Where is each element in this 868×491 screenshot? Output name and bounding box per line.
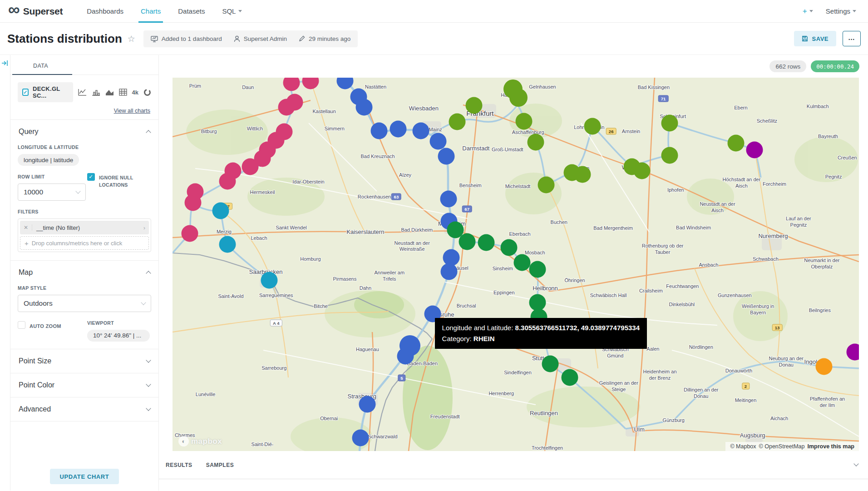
map-point-green[interactable]: [562, 369, 578, 386]
section-point-color[interactable]: Point Color: [18, 373, 151, 397]
section-query[interactable]: Query: [18, 120, 151, 144]
update-chart-button[interactable]: UPDATE CHART: [50, 469, 119, 484]
nav-item-dashboards[interactable]: Dashboards: [78, 0, 132, 23]
new-item-button[interactable]: +: [803, 7, 813, 16]
map-point-pink[interactable]: [181, 225, 198, 242]
meta-item[interactable]: Added to 1 dashboard: [151, 35, 222, 42]
map-point-cyan[interactable]: [219, 236, 236, 253]
map-point-green[interactable]: [513, 254, 530, 271]
mapbox-attribution-link[interactable]: © Mapbox: [730, 443, 756, 450]
nav-item-sql[interactable]: SQL: [213, 0, 251, 23]
nav-item-charts[interactable]: Charts: [132, 0, 169, 23]
map-point-olive[interactable]: [527, 134, 544, 151]
map-city-label: Haguenau: [356, 347, 379, 352]
map-point-green[interactable]: [542, 355, 558, 372]
map-point-blue[interactable]: [355, 99, 372, 115]
auto-zoom-checkbox[interactable]: AUTO ZOOM: [18, 321, 87, 330]
viz-4k-label[interactable]: 4k: [132, 89, 138, 96]
favorite-star-icon[interactable]: ☆: [128, 34, 135, 44]
map-point-blue[interactable]: [390, 120, 407, 137]
map-point-pink[interactable]: [185, 194, 202, 211]
map-point-cyan[interactable]: [261, 272, 278, 288]
map-city-label: Herrenberg: [488, 391, 514, 396]
map-point-olive[interactable]: [584, 118, 601, 134]
viz-type-selected[interactable]: ✓ DECK.GL SC...: [18, 82, 73, 102]
settings-menu[interactable]: Settings: [826, 7, 856, 15]
road-badge: 71: [658, 95, 669, 102]
map-point-blue[interactable]: [352, 430, 369, 446]
map-point-pink[interactable]: [278, 99, 295, 115]
collapse-panel-icon[interactable]: [1, 60, 9, 67]
save-button[interactable]: SAVE: [794, 31, 836, 46]
row-limit-select[interactable]: 10000: [18, 184, 86, 201]
donut-chart-icon[interactable]: [143, 89, 151, 96]
bar-chart-icon[interactable]: [92, 89, 100, 96]
map-city-label: Öhringen: [564, 278, 585, 283]
mapbox-logo[interactable]: ◐ mapbox: [178, 436, 222, 446]
filter-drop-zone[interactable]: + Drop columns/metrics here or click: [20, 236, 149, 250]
improve-map-link[interactable]: Improve this map: [808, 443, 855, 450]
meta-label: Added to 1 dashboard: [162, 35, 222, 42]
meta-item[interactable]: Superset Admin: [234, 35, 287, 42]
map-point-cyan[interactable]: [212, 202, 229, 219]
more-options-button[interactable]: …: [843, 31, 861, 46]
map-point-olive[interactable]: [465, 97, 482, 114]
nav-item-datasets[interactable]: Datasets: [169, 0, 213, 23]
lonlat-value-pill[interactable]: longitude | latitude: [18, 154, 79, 166]
filter-item[interactable]: ✕ __time (No filter) ›: [20, 221, 149, 234]
map-city-label: Lunéville: [196, 392, 215, 397]
map-canvas[interactable]: PrümDaunNastättenGelnhausenBad Kissingen…: [173, 78, 859, 451]
map-point-green[interactable]: [529, 261, 546, 278]
results-tab-results[interactable]: RESULTS: [166, 462, 192, 468]
map-city-label: Crailsheim: [639, 288, 663, 293]
map-point-pink[interactable]: [242, 159, 258, 175]
map-point-pink[interactable]: [219, 173, 236, 189]
map-point-blue[interactable]: [371, 122, 388, 139]
remove-filter-icon[interactable]: ✕: [20, 224, 32, 231]
map-city-label: Trochtelfingen: [532, 445, 563, 451]
map-point-olive[interactable]: [728, 134, 745, 151]
section-advanced[interactable]: Advanced: [18, 397, 151, 421]
tab-data[interactable]: DATA: [33, 63, 48, 69]
table-icon[interactable]: [119, 89, 127, 96]
line-chart-icon[interactable]: [78, 89, 87, 96]
viewport-value-pill[interactable]: 10° 24' 49.86" | ...: [87, 330, 150, 342]
map-point-blue[interactable]: [413, 122, 429, 139]
map-point-green[interactable]: [478, 234, 494, 251]
road-badge: 67: [462, 206, 472, 213]
osm-attribution-link[interactable]: © OpenStreetMap: [759, 443, 805, 450]
map-point-blue[interactable]: [430, 133, 447, 149]
map-point-purple[interactable]: [746, 141, 763, 158]
map-point-blue[interactable]: [438, 148, 455, 164]
section-point-size[interactable]: Point Size: [18, 349, 151, 373]
map-point-olive[interactable]: [661, 115, 678, 132]
map-point-blue[interactable]: [440, 191, 457, 208]
map-point-blue[interactable]: [397, 348, 414, 365]
map-point-blue[interactable]: [441, 263, 458, 280]
map-style-select[interactable]: Outdoors: [18, 295, 151, 312]
chevron-down-icon: [146, 382, 151, 387]
area-chart-icon[interactable]: [105, 89, 114, 96]
map-point-olive[interactable]: [509, 89, 528, 107]
results-tab-samples[interactable]: SAMPLES: [206, 462, 234, 468]
ignore-null-checkbox[interactable]: ✓ IGNORE NULL LOCATIONS: [87, 173, 151, 189]
map-point-olive[interactable]: [516, 113, 533, 130]
section-map[interactable]: Map: [18, 261, 151, 284]
map-point-green[interactable]: [459, 233, 475, 250]
map-city-label: Feuchtwangen: [666, 283, 699, 289]
map-point-orange[interactable]: [815, 358, 832, 375]
map-point-olive[interactable]: [449, 113, 466, 130]
mapbox-logo-icon: ◐: [178, 436, 189, 446]
settings-label: Settings: [826, 7, 850, 15]
map-point-green[interactable]: [500, 239, 517, 256]
map-point-olive[interactable]: [538, 176, 554, 193]
row-limit-label: ROW LIMIT: [18, 174, 87, 179]
map-point-blue[interactable]: [359, 396, 376, 413]
map-point-olive[interactable]: [634, 162, 651, 179]
meta-item[interactable]: 29 minutes ago: [299, 35, 350, 42]
map-point-olive[interactable]: [661, 147, 678, 164]
superset-logo[interactable]: ∞ Superset: [8, 6, 63, 17]
view-all-charts-link[interactable]: View all charts: [18, 108, 150, 114]
map-point-olive[interactable]: [574, 166, 591, 183]
collapse-results-chevron-icon[interactable]: [854, 459, 858, 467]
